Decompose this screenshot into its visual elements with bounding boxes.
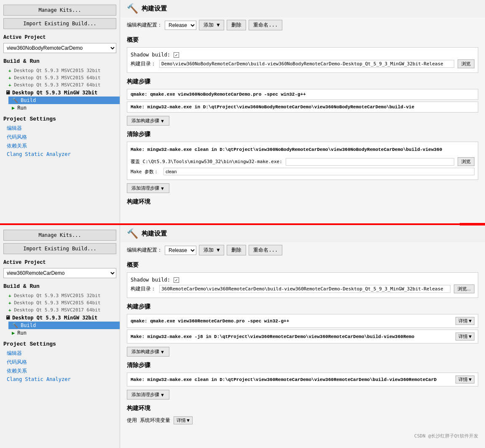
active-project-dropdown-bottom[interactable]: view360RemoteCarDemo [3,268,116,278]
code-style-link[interactable]: 代码风格 [0,133,120,142]
env-row-bottom: 使用 系统环境变量 详情▼ [120,414,485,427]
kit-item-msvc2015-32[interactable]: Desktop Qt 5.9.3 MSVC2015 32bit [0,67,120,74]
watermark: CSDN @长沙红胖子Qt软件开发 [120,431,485,441]
browse-btn-bottom[interactable]: 浏览... [454,284,474,293]
clean-section-top: Make: mingw32-make.exe clean in D:\qtPro… [127,142,478,180]
project-settings-label: Project Settings [3,116,116,122]
make-detail-btn[interactable]: 详情▼ [456,333,474,341]
override-label-top: 覆盖 C:\Qt5.9.3\Tools\mingw530_32\bin\ming… [131,158,282,165]
selected-kit-label: Desktop Qt 5.9.3 MinGW 32bit [12,90,97,96]
config-dropdown-bottom[interactable]: Release [165,246,196,255]
build-dir-label-bottom: 构建目录： [131,285,156,292]
build-section-header-top: 🔨 构建设置 [120,0,485,17]
build-steps-title-top: 构建步骤 [120,75,485,87]
make-params-input-top[interactable] [163,168,474,175]
qmake-cmd-top: qmake: qmake.exe view360NoBodyRemoteCarD… [127,89,478,100]
override-input-top[interactable] [286,158,454,166]
qmake-detail-btn[interactable]: 详情▼ [456,317,474,325]
build-subitem[interactable]: 🔨 Build [8,97,120,104]
run-icon: ▶ [12,105,15,111]
edit-config-label-bottom: 编辑构建配置： [127,247,162,254]
manage-kits-button[interactable]: Manage Kits... [3,5,116,16]
shadow-build-label-bottom: Shadow build: [131,277,170,283]
kit-item-selected-bottom[interactable]: 🖥 Desktop Qt 5.9.3 MinGW 32bit [0,314,120,322]
hammer-icon: 🔨 [12,97,18,103]
build-run-label-bottom: Build & Run [3,283,116,290]
manage-kits-button-bottom[interactable]: Manage Kits... [3,230,116,241]
dependencies-link-bottom[interactable]: 依赖关系 [0,367,120,376]
hammer-big-icon-top: 🔨 [127,3,138,14]
kit-item-msvc2015-32-bottom[interactable]: Desktop Qt 5.9.3 MSVC2015 32bit [0,292,120,299]
build-section-header-bottom: 🔨 构建设置 [120,225,485,242]
code-style-link-bottom[interactable]: 代码风格 [0,358,120,367]
shadow-build-checkbox-top[interactable]: ✓ [174,52,179,58]
rename-config-btn-top[interactable]: 重命名... [249,20,282,30]
clean-make-cmd-bottom: Make: mingw32-make.exe clean in D:\qtPro… [127,373,478,386]
hammer-icon-bottom: 🔨 [12,322,18,328]
editor-link[interactable]: 编辑器 [0,124,120,133]
browse-btn2-top[interactable]: 浏览 [458,157,474,166]
summary-box-top: Shadow build: ✓ 构建目录： 浏览 [127,47,478,73]
add-config-btn-top[interactable]: 添加 ▼ [199,20,224,30]
add-build-step-btn-bottom[interactable]: 添加构建步骤▼ [127,347,169,357]
build-label: Build [21,97,36,103]
build-label-bottom: Build [21,322,36,328]
config-dropdown-top[interactable]: Release [165,21,196,30]
build-section-title-bottom: 构建设置 [142,230,167,238]
add-config-btn-bottom[interactable]: 添加 ▼ [199,245,224,255]
clean-detail-btn[interactable]: 详情▼ [456,376,474,384]
project-select[interactable]: view360NoBodyRemoteCarDemo [3,43,116,53]
run-label: Run [17,105,27,111]
build-env-title-top: 构建环境 [120,195,485,207]
red-divider [0,223,485,225]
run-icon-bottom: ▶ [12,330,15,336]
kit-item-msvc2015-64-bottom[interactable]: Desktop Qt 5.9.3 MSVC2015 64bit [0,299,120,306]
build-dir-input-bottom[interactable] [159,285,450,293]
monitor-icon: 🖥 [5,89,11,96]
selected-kit-label-bottom: Desktop Qt 5.9.3 MinGW 32bit [12,315,97,321]
project-settings-label-bottom: Project Settings [3,341,116,347]
edit-config-row-bottom: 编辑构建配置： Release 添加 ▼ 删除 重命名... [120,242,485,258]
delete-config-btn-top[interactable]: 删除 [227,20,246,30]
run-label-bottom: Run [17,330,27,336]
delete-config-btn-bottom[interactable]: 删除 [227,245,246,255]
shadow-build-checkbox-bottom[interactable]: ✓ [174,277,179,283]
make-cmd-bottom: Make: mingw32-make.exe -j8 in D:\qtProje… [127,330,478,343]
monitor-icon-bottom: 🖥 [5,314,11,321]
add-clean-step-btn-bottom[interactable]: 添加清理步骤▼ [127,390,169,400]
project-select-bottom[interactable]: view360RemoteCarDemo [3,268,116,278]
kit-item-msvc2017-64[interactable]: Desktop Qt 5.9.3 MSVC2017 64bit [0,81,120,89]
qmake-cmd-bottom: qmake: qmake.exe view360RemoteCarDemo.pr… [127,314,478,328]
make-params-label-top: Make 参数： [131,169,160,175]
summary-title-bottom: 概要 [120,258,485,271]
browse-btn-top[interactable]: 浏览 [458,59,474,68]
import-build-button[interactable]: Import Existing Build... [3,18,116,29]
editor-link-bottom[interactable]: 编辑器 [0,349,120,358]
build-subitem-bottom[interactable]: 🔨 Build [8,322,120,329]
summary-box-bottom: Shadow build: ✓ 构建目录： 浏览... [127,272,478,298]
run-subitem-bottom[interactable]: ▶ Run [8,329,120,337]
clang-analyzer-link-bottom[interactable]: Clang Static Analyzer [0,376,120,383]
clean-steps-title-top: 清除步骤 [120,127,485,140]
build-section-title-top: 构建设置 [142,5,167,13]
active-project-dropdown[interactable]: view360NoBodyRemoteCarDemo [3,43,116,53]
rename-config-btn-bottom[interactable]: 重命名... [249,245,282,255]
kit-item-msvc2017-64-bottom[interactable]: Desktop Qt 5.9.3 MSVC2017 64bit [0,306,120,314]
clean-steps-title-bottom: 清除步骤 [120,358,485,371]
run-subitem[interactable]: ▶ Run [8,104,120,112]
import-build-button-bottom[interactable]: Import Existing Build... [3,243,116,254]
add-build-step-btn-top[interactable]: 添加构建步骤▼ [127,116,169,126]
hammer-big-icon-bottom: 🔨 [127,228,138,239]
shadow-build-label-top: Shadow build: [131,52,170,58]
edit-config-label-top: 编辑构建配置： [127,21,162,29]
make-cmd-top: Make: mingw32-make.exe in D:\qtProject\v… [127,102,478,113]
env-detail-btn[interactable]: 详情▼ [174,416,193,424]
build-dir-input-top[interactable] [159,60,454,68]
build-run-label: Build & Run [3,58,116,64]
build-steps-title-bottom: 构建步骤 [120,300,485,312]
dependencies-link[interactable]: 依赖关系 [0,142,120,150]
add-clean-step-btn-top[interactable]: 添加清理步骤▼ [127,183,169,193]
clang-analyzer-link[interactable]: Clang Static Analyzer [0,150,120,158]
kit-item-msvc2015-64[interactable]: Desktop Qt 5.9.3 MSVC2015 64bit [0,74,120,81]
kit-item-selected[interactable]: 🖥 Desktop Qt 5.9.3 MinGW 32bit [0,89,120,97]
